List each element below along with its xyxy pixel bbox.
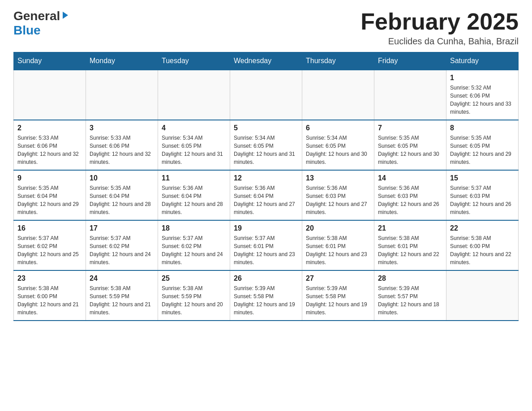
day-info: Sunrise: 5:33 AMSunset: 6:06 PMDaylight:… <box>17 134 82 166</box>
calendar-week-row: 9Sunrise: 5:35 AMSunset: 6:04 PMDaylight… <box>14 170 519 220</box>
calendar-cell: 5Sunrise: 5:34 AMSunset: 6:05 PMDaylight… <box>230 120 302 170</box>
day-number: 22 <box>450 224 515 232</box>
day-number: 8 <box>450 124 515 132</box>
calendar-week-row: 2Sunrise: 5:33 AMSunset: 6:06 PMDaylight… <box>14 120 519 170</box>
calendar-cell: 23Sunrise: 5:38 AMSunset: 6:00 PMDayligh… <box>14 270 86 321</box>
calendar-cell: 20Sunrise: 5:38 AMSunset: 6:01 PMDayligh… <box>302 220 374 270</box>
day-info: Sunrise: 5:38 AMSunset: 6:01 PMDaylight:… <box>306 234 370 266</box>
day-info: Sunrise: 5:39 AMSunset: 5:58 PMDaylight:… <box>306 284 370 317</box>
day-number: 24 <box>90 274 154 283</box>
calendar-cell: 18Sunrise: 5:37 AMSunset: 6:02 PMDayligh… <box>158 220 230 270</box>
calendar-cell: 26Sunrise: 5:39 AMSunset: 5:58 PMDayligh… <box>230 270 302 321</box>
calendar-cell: 28Sunrise: 5:39 AMSunset: 5:57 PMDayligh… <box>374 270 446 321</box>
calendar-cell: 1Sunrise: 5:32 AMSunset: 6:06 PMDaylight… <box>446 70 519 120</box>
weekday-header-sunday: Sunday <box>14 52 86 70</box>
calendar-cell: 7Sunrise: 5:35 AMSunset: 6:05 PMDaylight… <box>374 120 446 170</box>
day-info: Sunrise: 5:38 AMSunset: 6:01 PMDaylight:… <box>378 234 442 266</box>
page-header: General Blue February 2025 Euclides da C… <box>13 9 519 47</box>
calendar-cell: 4Sunrise: 5:34 AMSunset: 6:05 PMDaylight… <box>158 120 230 170</box>
day-info: Sunrise: 5:32 AMSunset: 6:06 PMDaylight:… <box>450 84 515 116</box>
day-number: 1 <box>450 74 515 82</box>
day-info: Sunrise: 5:34 AMSunset: 6:05 PMDaylight:… <box>162 134 226 166</box>
day-info: Sunrise: 5:38 AMSunset: 5:59 PMDaylight:… <box>90 284 154 317</box>
day-info: Sunrise: 5:36 AMSunset: 6:03 PMDaylight:… <box>306 184 370 216</box>
calendar-cell: 19Sunrise: 5:37 AMSunset: 6:01 PMDayligh… <box>230 220 302 270</box>
day-info: Sunrise: 5:37 AMSunset: 6:02 PMDaylight:… <box>90 234 154 266</box>
day-number: 6 <box>306 124 370 132</box>
calendar-cell: 8Sunrise: 5:35 AMSunset: 6:05 PMDaylight… <box>446 120 519 170</box>
day-info: Sunrise: 5:38 AMSunset: 6:00 PMDaylight:… <box>450 234 515 266</box>
day-number: 27 <box>306 274 370 283</box>
day-number: 9 <box>17 174 82 182</box>
calendar-cell <box>446 270 519 321</box>
day-info: Sunrise: 5:35 AMSunset: 6:04 PMDaylight:… <box>17 184 82 216</box>
logo-general-text: General <box>13 9 60 23</box>
day-number: 2 <box>17 124 82 132</box>
calendar-cell: 14Sunrise: 5:36 AMSunset: 6:03 PMDayligh… <box>374 170 446 220</box>
day-info: Sunrise: 5:39 AMSunset: 5:58 PMDaylight:… <box>234 284 298 317</box>
calendar-week-row: 1Sunrise: 5:32 AMSunset: 6:06 PMDaylight… <box>14 70 519 120</box>
day-number: 18 <box>162 224 226 232</box>
calendar-header-row: SundayMondayTuesdayWednesdayThursdayFrid… <box>14 52 519 70</box>
calendar-cell: 15Sunrise: 5:37 AMSunset: 6:03 PMDayligh… <box>446 170 519 220</box>
calendar-cell <box>86 70 158 120</box>
day-info: Sunrise: 5:39 AMSunset: 5:57 PMDaylight:… <box>378 284 442 317</box>
day-info: Sunrise: 5:34 AMSunset: 6:05 PMDaylight:… <box>306 134 370 166</box>
calendar-cell: 11Sunrise: 5:36 AMSunset: 6:04 PMDayligh… <box>158 170 230 220</box>
day-info: Sunrise: 5:35 AMSunset: 6:05 PMDaylight:… <box>450 134 515 166</box>
day-info: Sunrise: 5:37 AMSunset: 6:03 PMDaylight:… <box>450 184 515 216</box>
calendar-cell: 27Sunrise: 5:39 AMSunset: 5:58 PMDayligh… <box>302 270 374 321</box>
day-info: Sunrise: 5:37 AMSunset: 6:02 PMDaylight:… <box>17 234 82 266</box>
day-number: 21 <box>378 224 442 232</box>
calendar-cell: 2Sunrise: 5:33 AMSunset: 6:06 PMDaylight… <box>14 120 86 170</box>
calendar-cell: 17Sunrise: 5:37 AMSunset: 6:02 PMDayligh… <box>86 220 158 270</box>
calendar-cell: 13Sunrise: 5:36 AMSunset: 6:03 PMDayligh… <box>302 170 374 220</box>
calendar-cell: 12Sunrise: 5:36 AMSunset: 6:04 PMDayligh… <box>230 170 302 220</box>
day-number: 14 <box>378 174 442 182</box>
day-info: Sunrise: 5:36 AMSunset: 6:04 PMDaylight:… <box>162 184 226 216</box>
calendar-cell: 22Sunrise: 5:38 AMSunset: 6:00 PMDayligh… <box>446 220 519 270</box>
day-number: 13 <box>306 174 370 182</box>
day-info: Sunrise: 5:36 AMSunset: 6:04 PMDaylight:… <box>234 184 298 216</box>
calendar-cell: 16Sunrise: 5:37 AMSunset: 6:02 PMDayligh… <box>14 220 86 270</box>
weekday-header-wednesday: Wednesday <box>230 52 302 70</box>
day-number: 17 <box>90 224 154 232</box>
calendar-cell: 6Sunrise: 5:34 AMSunset: 6:05 PMDaylight… <box>302 120 374 170</box>
calendar-cell <box>158 70 230 120</box>
calendar-week-row: 16Sunrise: 5:37 AMSunset: 6:02 PMDayligh… <box>14 220 519 270</box>
day-number: 20 <box>306 224 370 232</box>
weekday-header-monday: Monday <box>86 52 158 70</box>
weekday-header-saturday: Saturday <box>446 52 519 70</box>
calendar-cell: 24Sunrise: 5:38 AMSunset: 5:59 PMDayligh… <box>86 270 158 321</box>
day-number: 15 <box>450 174 515 182</box>
calendar-week-row: 23Sunrise: 5:38 AMSunset: 6:00 PMDayligh… <box>14 270 519 321</box>
month-title: February 2025 <box>360 9 519 34</box>
weekday-header-thursday: Thursday <box>302 52 374 70</box>
day-number: 7 <box>378 124 442 132</box>
calendar-cell: 21Sunrise: 5:38 AMSunset: 6:01 PMDayligh… <box>374 220 446 270</box>
location-text: Euclides da Cunha, Bahia, Brazil <box>360 36 519 47</box>
day-number: 19 <box>234 224 298 232</box>
day-info: Sunrise: 5:36 AMSunset: 6:03 PMDaylight:… <box>378 184 442 216</box>
logo-blue-text: Blue <box>13 23 41 37</box>
calendar-cell <box>230 70 302 120</box>
svg-marker-0 <box>63 12 68 19</box>
day-number: 11 <box>162 174 226 182</box>
day-info: Sunrise: 5:34 AMSunset: 6:05 PMDaylight:… <box>234 134 298 166</box>
day-number: 3 <box>90 124 154 132</box>
day-number: 12 <box>234 174 298 182</box>
calendar-cell <box>302 70 374 120</box>
day-info: Sunrise: 5:37 AMSunset: 6:02 PMDaylight:… <box>162 234 226 266</box>
day-info: Sunrise: 5:38 AMSunset: 5:59 PMDaylight:… <box>162 284 226 317</box>
calendar-cell: 25Sunrise: 5:38 AMSunset: 5:59 PMDayligh… <box>158 270 230 321</box>
day-info: Sunrise: 5:38 AMSunset: 6:00 PMDaylight:… <box>17 284 82 317</box>
logo: General Blue <box>13 9 70 38</box>
calendar-cell: 9Sunrise: 5:35 AMSunset: 6:04 PMDaylight… <box>14 170 86 220</box>
calendar-cell <box>14 70 86 120</box>
day-info: Sunrise: 5:35 AMSunset: 6:04 PMDaylight:… <box>90 184 154 216</box>
day-number: 26 <box>234 274 298 283</box>
day-info: Sunrise: 5:37 AMSunset: 6:01 PMDaylight:… <box>234 234 298 266</box>
day-info: Sunrise: 5:35 AMSunset: 6:05 PMDaylight:… <box>378 134 442 166</box>
day-info: Sunrise: 5:33 AMSunset: 6:06 PMDaylight:… <box>90 134 154 166</box>
weekday-header-friday: Friday <box>374 52 446 70</box>
